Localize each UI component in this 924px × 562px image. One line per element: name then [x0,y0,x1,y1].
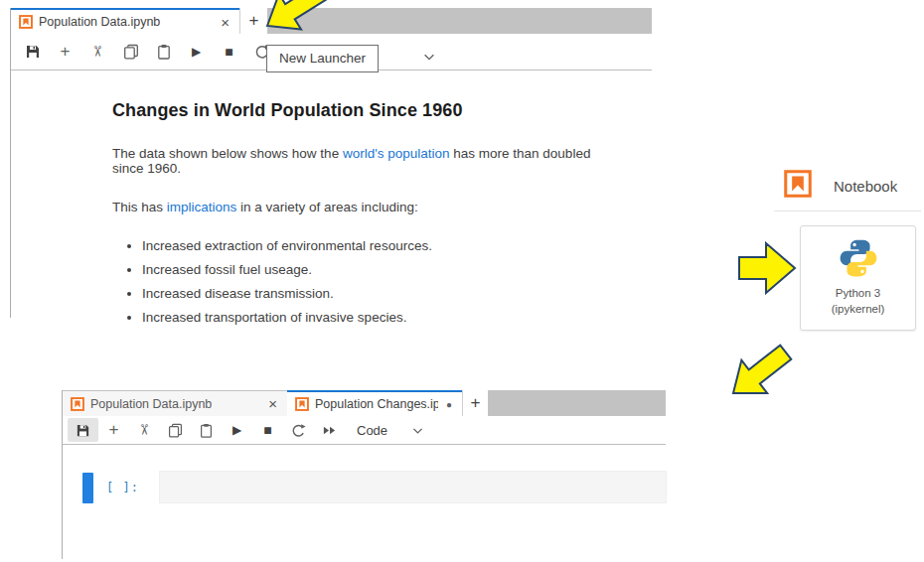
run-icon: ▶ [192,45,201,59]
kernel-card-subtitle: (ipykernel) [832,302,885,316]
worlds-population-link[interactable]: world's population [343,146,450,161]
python-logo-icon [838,237,879,279]
copy-cells-button[interactable] [114,40,147,64]
save-button[interactable] [68,418,98,442]
cut-cells-button[interactable]: ✂ [129,418,160,442]
paste-icon [199,423,214,438]
copy-icon [123,44,139,60]
python3-kernel-card[interactable]: Python 3 (ipykernel) [800,225,916,331]
active-cell-collapser[interactable] [82,473,93,503]
new-launcher-tab-button[interactable]: + [462,390,488,416]
copy-icon [168,423,183,438]
list-item: Increased fossil fuel useage. [142,262,622,277]
tab-close-icon[interactable]: × [266,395,279,412]
page-canvas: Population Data.ipynb × + + ✂ ▶ ■ [0,0,924,562]
tab-label: Population Data.ipynb [90,397,260,411]
paragraph-text: in a variety of areas including: [236,200,417,214]
celltype-dropdown-chevron-icon[interactable] [401,418,434,442]
fast-forward-icon [322,423,337,438]
celltype-dropdown-value[interactable]: Code [357,423,387,438]
list-item: Increased extraction of environmental re… [142,238,622,253]
plus-icon: + [61,42,71,62]
notebook-window-bottom: Population Data.ipynb × Population Chang… [62,390,666,559]
scissors-icon: ✂ [88,46,106,59]
scissors-icon: ✂ [135,424,153,437]
insert-cell-button[interactable]: + [98,418,129,442]
stop-icon: ■ [225,44,232,60]
run-cell-button[interactable]: ▶ [222,418,252,442]
run-all-cells-button[interactable] [314,418,345,442]
new-launcher-tooltip: New Launcher [266,45,379,72]
list-item: Increased transportation of invasive spe… [142,310,622,325]
annotation-arrow-new-notebook [716,333,802,414]
save-button[interactable] [16,40,49,64]
tab-bar: Population Data.ipynb × Population Chang… [63,390,666,416]
notebook-section-icon [784,170,812,198]
cut-cells-button[interactable]: ✂ [81,40,114,64]
tab-population-data[interactable]: Population Data.ipynb × [63,390,287,416]
notebook-toolbar: + ✂ ▶ ■ Code [63,416,666,445]
celltype-dropdown-chevron-icon[interactable] [412,45,445,69]
markdown-bullet-list: Increased extraction of environmental re… [142,238,622,325]
notebook-file-icon [19,15,33,29]
paragraph-text: The data shown below shows how the [112,146,343,161]
restart-kernel-button[interactable] [283,418,314,442]
markdown-paragraph-2: This has implications in a variety of ar… [112,200,622,214]
implications-link[interactable]: implications [167,200,237,214]
plus-icon: + [109,420,119,440]
interrupt-kernel-button[interactable]: ■ [252,418,283,442]
code-cell-input[interactable] [159,471,667,503]
save-icon [76,423,90,438]
copy-cells-button[interactable] [160,418,191,442]
list-item: Increased disease transmission. [142,286,622,301]
kernel-card-title: Python 3 [836,286,880,300]
tab-close-icon[interactable]: × [219,14,231,31]
paste-cells-button[interactable] [147,40,180,64]
insert-cell-button[interactable]: + [49,40,81,64]
launcher-section-title: Notebook [834,178,897,195]
paste-icon [156,44,172,60]
notebook-cell-area: [ ]: [63,445,666,558]
run-cell-button[interactable]: ▶ [180,40,213,64]
cell-input-prompt: [ ]: [106,481,158,494]
paragraph-text: This has [112,200,167,214]
markdown-heading: Changes in World Population Since 1960 [112,100,622,121]
annotation-arrow-python-kernel [737,241,797,295]
interrupt-kernel-button[interactable]: ■ [213,40,245,64]
stop-icon: ■ [263,422,271,438]
tab-label: Population Data.ipynb [39,15,213,29]
section-divider [774,211,921,211]
markdown-paragraph-1: The data shown below shows how the world… [112,146,622,176]
run-icon: ▶ [232,423,241,437]
notebook-file-icon [295,397,309,411]
save-icon [25,44,41,60]
restart-icon [291,423,306,438]
paste-cells-button[interactable] [191,418,222,442]
rendered-markdown: Changes in World Population Since 1960 T… [11,70,652,325]
tab-population-changes[interactable]: Population Changes.ipynb ● [287,390,462,416]
unsaved-changes-dot-icon: ● [444,399,454,410]
tab-label: Population Changes.ipynb [315,397,438,411]
tab-population-data[interactable]: Population Data.ipynb × [11,8,239,34]
notebook-file-icon [71,397,84,411]
